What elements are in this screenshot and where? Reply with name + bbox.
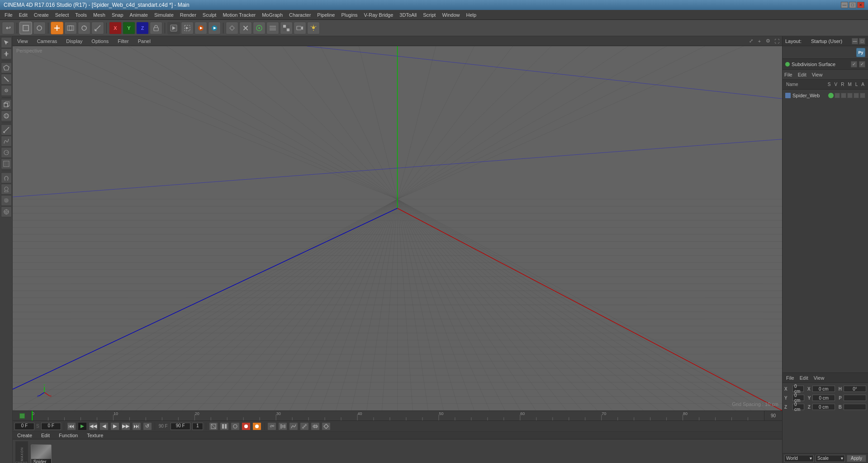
transport-prev-button[interactable]: ◀◀ — [89, 422, 98, 430]
python-button[interactable]: Py — [856, 48, 865, 57]
add-object-button[interactable] — [51, 22, 63, 34]
snap-settings-button[interactable] — [239, 22, 252, 34]
menu-create[interactable]: Create — [31, 11, 52, 19]
y-axis-button[interactable]: Y — [123, 22, 135, 34]
am-edit[interactable]: Edit — [800, 375, 808, 381]
tr-mode-btn1[interactable] — [209, 422, 218, 430]
tr-motion-btn[interactable] — [300, 422, 309, 430]
scale-tool-button[interactable] — [91, 22, 104, 34]
lt-edge-tool[interactable] — [1, 74, 12, 85]
z-axis-button[interactable]: Z — [136, 22, 149, 34]
vp-menu-view[interactable]: View — [14, 38, 31, 44]
lt-measure-tool[interactable] — [1, 124, 12, 135]
transport-play-button[interactable]: ▶ — [110, 422, 119, 430]
om-view[interactable]: View — [812, 72, 823, 77]
vp-plus-icon[interactable]: + — [756, 38, 763, 45]
am-view[interactable]: View — [814, 375, 825, 381]
interactive-render-button[interactable] — [208, 22, 221, 34]
om-ctrl-extra2[interactable] — [847, 93, 853, 98]
menu-pipeline[interactable]: Pipeline — [314, 11, 337, 19]
mat-menu-texture[interactable]: Texture — [84, 432, 106, 439]
om-ctrl-extra1[interactable] — [841, 93, 846, 98]
vp-settings-icon[interactable]: ⚙ — [764, 38, 772, 45]
camera-button[interactable] — [294, 22, 306, 34]
menu-file[interactable]: File — [2, 11, 15, 19]
texture-mode-button[interactable] — [33, 22, 46, 34]
transport-first-button[interactable]: ⏮ — [67, 422, 76, 430]
menu-render[interactable]: Render — [177, 11, 199, 19]
render-button[interactable] — [194, 22, 207, 34]
tr-timeline-btn[interactable] — [278, 422, 287, 430]
ss-check2[interactable]: ✓ — [859, 61, 865, 67]
tr-keying-btn[interactable] — [322, 422, 331, 430]
viewport[interactable]: Perspective Grid Spacing : 10 cm Y X Z — [13, 46, 782, 410]
am-apply-button[interactable]: Apply — [847, 455, 866, 462]
ss-check1[interactable]: ✓ — [851, 61, 857, 67]
vp-menu-panel[interactable]: Panel — [135, 38, 153, 44]
lt-material-tool[interactable] — [1, 195, 12, 206]
fps-field[interactable]: 90 F — [171, 423, 190, 430]
om-file[interactable]: File — [784, 72, 792, 77]
mat-menu-create[interactable]: Create — [14, 432, 35, 439]
menu-animate[interactable]: Animate — [127, 11, 151, 19]
am-scale-dropdown[interactable]: Scale ▾ — [816, 455, 845, 462]
configure-button[interactable] — [266, 22, 279, 34]
am-world-dropdown[interactable]: World ▾ — [784, 455, 814, 462]
menu-vray[interactable]: V-Ray Bridge — [361, 11, 396, 19]
layout-maximize[interactable]: □ — [859, 38, 865, 44]
tr-fcurve-btn[interactable] — [289, 422, 298, 430]
transport-back-button[interactable]: ◀ — [100, 422, 109, 430]
vp-fullscreen-icon[interactable]: ⛶ — [773, 38, 780, 45]
menu-character[interactable]: Character — [286, 11, 313, 19]
viewport-shading-button[interactable] — [280, 22, 293, 34]
am-file[interactable]: File — [786, 375, 794, 381]
transport-loop-button[interactable]: ↺ — [143, 422, 152, 430]
om-ctrl-extra3[interactable] — [854, 93, 859, 98]
lt-paint-tool[interactable] — [1, 147, 12, 158]
lt-polygon-tool[interactable] — [1, 62, 12, 73]
start-frame-field[interactable]: 0 F — [41, 423, 61, 430]
x-axis-button[interactable]: X — [109, 22, 122, 34]
om-ctrl-render[interactable] — [835, 93, 840, 98]
menu-motion-tracker[interactable]: Motion Tracker — [220, 11, 258, 19]
object-group-button[interactable] — [64, 22, 77, 34]
transport-fwd-button[interactable]: ▶▶ — [121, 422, 130, 430]
menu-sculpt[interactable]: Sculpt — [200, 11, 219, 19]
menu-window[interactable]: Window — [439, 11, 462, 19]
lt-align-tool[interactable] — [1, 206, 12, 217]
lt-spline-tool[interactable] — [1, 136, 12, 147]
axis-lock-button[interactable] — [150, 22, 162, 34]
menu-plugins[interactable]: Plugins — [338, 11, 360, 19]
current-frame-field[interactable]: 0 F — [14, 423, 34, 430]
lt-move-tool[interactable] — [1, 48, 12, 59]
om-row-spider-web[interactable]: Spider_Web — [784, 91, 866, 100]
menu-3dtoall[interactable]: 3DToAll — [397, 11, 419, 19]
menu-tools[interactable]: Tools — [72, 11, 90, 19]
mat-menu-edit[interactable]: Edit — [38, 432, 52, 439]
om-edit[interactable]: Edit — [798, 72, 806, 77]
am-b-field[interactable] — [844, 404, 866, 410]
lt-sphere-tool[interactable] — [1, 110, 12, 121]
minimize-button[interactable]: — — [841, 2, 848, 8]
lt-texture-tool[interactable] — [1, 158, 12, 169]
am-z2-field[interactable]: 0 cm — [812, 404, 835, 410]
close-button[interactable]: ✕ — [857, 2, 864, 8]
am-h-field[interactable]: 0° — [844, 386, 866, 392]
menu-help[interactable]: Help — [464, 11, 479, 19]
am-p-field[interactable] — [844, 395, 866, 401]
om-ctrl-visible[interactable] — [828, 93, 834, 98]
transport-last-button[interactable]: ⏭ — [132, 422, 141, 430]
lt-weight-tool[interactable] — [1, 184, 12, 195]
tr-mode-btn2[interactable] — [220, 422, 229, 430]
lt-magnet-tool[interactable] — [1, 172, 12, 183]
render-region-button[interactable] — [181, 22, 194, 34]
lt-point-tool[interactable] — [1, 85, 12, 96]
rotate-tool-button[interactable] — [78, 22, 90, 34]
model-mode-button[interactable] — [19, 22, 32, 34]
menu-script[interactable]: Script — [420, 11, 438, 19]
vp-menu-display[interactable]: Display — [63, 38, 85, 44]
vp-expand-icon[interactable]: ⤢ — [747, 38, 754, 45]
undo-button[interactable]: ↩ — [2, 22, 14, 34]
menu-simulate[interactable]: Simulate — [152, 11, 176, 19]
menu-mograph[interactable]: MoGraph — [259, 11, 285, 19]
